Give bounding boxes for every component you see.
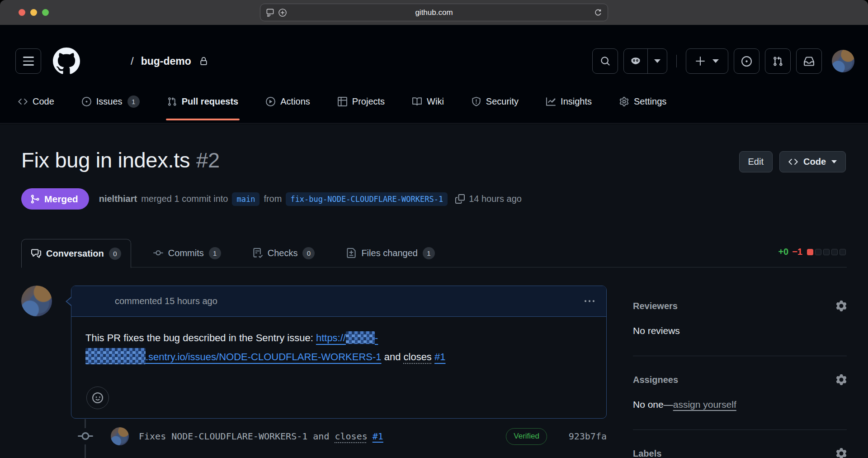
tab-checks[interactable]: Checks 0 [243,239,325,267]
base-branch-chip[interactable]: main [232,192,259,206]
copilot-button [623,48,667,74]
comment-header: commented 15 hours ago [71,286,606,317]
main-content: Fix bug in index.ts#2 Edit Code Merged n… [0,124,868,458]
zoom-icon[interactable] [42,9,49,16]
minimize-icon[interactable] [30,9,37,16]
verified-badge[interactable]: Verified [506,428,547,445]
address-bar[interactable]: github.com [260,4,608,21]
issues-dashboard-button[interactable] [734,48,760,74]
search-icon [600,56,610,66]
create-new-button[interactable] [686,48,728,74]
labels-gear-button[interactable] [836,448,847,458]
repo-name-link[interactable]: bug-demo [141,55,191,67]
hamburger-icon [23,57,34,66]
repo-nav: Code Issues 1 Pull requests Actions Pr [10,92,686,111]
files-changed-count-badge: 1 [423,247,435,259]
play-icon [266,97,275,106]
tab-commits[interactable]: Commits 1 [144,239,231,267]
closes-keyword[interactable]: closes [404,351,432,363]
assignees-none-text: No one— [633,399,673,410]
commit-author-avatar[interactable] [111,427,129,445]
tab-label: Projects [352,96,385,107]
git-commit-icon [153,248,163,258]
tab-label: Checks [268,248,298,258]
tab-label: Wiki [427,96,444,107]
link-rest: .sentry.io/issues/NODE-CLOUDFLARE-WORKER… [146,351,382,363]
comment-author-avatar[interactable] [21,286,52,316]
browser-chrome: github.com [0,0,868,25]
pull-requests-dashboard-button[interactable] [765,48,791,74]
assign-yourself-link[interactable]: assign yourself [673,399,736,410]
tab-issues[interactable]: Issues 1 [74,92,147,111]
deletions-count: −1 [792,247,802,257]
tab-actions[interactable]: Actions [258,92,318,111]
book-icon [412,97,422,106]
assignees-gear-button[interactable] [836,374,847,385]
kebab-menu-button[interactable] [585,296,594,306]
merged-badge-label: Merged [44,194,78,205]
reviewers-title: Reviewers [633,301,678,311]
tab-label: Issues [96,96,123,107]
edit-button[interactable]: Edit [739,151,773,172]
tab-pull-requests[interactable]: Pull requests [160,92,246,111]
tab-label: Code [33,96,54,107]
redacted-org-name [346,331,375,344]
diff-block-neutral [831,249,838,255]
tab-projects[interactable]: Projects [330,92,392,111]
assignees-title: Assignees [633,375,678,385]
diff-block-neutral [840,249,846,255]
inbox-button[interactable] [796,48,822,74]
comment-text: and [382,351,404,363]
tab-files-changed[interactable]: Files changed 1 [337,239,444,267]
commit-message-text: Fixes NODE-CLOUDFLARE-WORKERS-1 and [139,431,335,442]
github-logo[interactable] [53,48,80,75]
issue-1-link[interactable]: #1 [373,431,383,442]
tab-insights[interactable]: Insights [538,92,599,111]
head-branch-chip[interactable]: fix-bug-NODE-CLOUDFLARE-WORKERS-1 [286,192,448,206]
user-avatar[interactable] [832,50,854,72]
copilot-chat-button[interactable] [624,49,647,73]
commit-message-link[interactable]: Fixes NODE-CLOUDFLARE-WORKERS-1 and clos… [139,431,383,442]
redacted-org-name [85,348,146,364]
tab-settings[interactable]: Settings [612,92,674,111]
tab-code[interactable]: Code [10,92,62,111]
link-hyphen: - [375,332,378,344]
copy-icon[interactable] [455,194,465,204]
reviewers-empty-text: No reviews [633,325,847,336]
merge-from-text: from [264,194,282,204]
gear-icon [836,301,847,311]
url-text[interactable]: github.com [260,8,608,17]
hamburger-menu-button[interactable] [15,48,41,74]
lock-icon [199,57,208,66]
copilot-icon [630,56,641,67]
tab-wiki[interactable]: Wiki [405,92,452,111]
reviewers-gear-button[interactable] [836,301,847,311]
copilot-menu-button[interactable] [647,49,667,73]
pr-header-actions: Edit Code [739,151,846,172]
pr-tabs-list: Conversation 0 Commits 1 Checks 0 [21,239,847,267]
search-button[interactable] [592,48,618,74]
tab-conversation[interactable]: Conversation 0 [21,239,131,268]
conversation-count-badge: 0 [109,248,121,260]
caret-down-icon [831,160,837,163]
issue-1-link[interactable]: #1 [434,351,445,363]
merge-author-link[interactable]: nielthiart [99,194,137,204]
merge-timestamp: 14 hours ago [469,194,522,204]
commit-sha-link[interactable]: 923b7fa [565,431,607,442]
pr-number: #2 [196,148,220,172]
close-icon[interactable] [19,9,25,16]
code-icon [788,157,798,167]
tab-label: Pull requests [182,96,239,107]
comment-body: This PR fixes the bug described in the S… [71,317,606,367]
tab-security[interactable]: Security [464,92,526,111]
tab-label: Commits [168,248,204,258]
tab-label: Conversation [46,248,104,259]
closes-keyword[interactable]: closes [335,431,367,442]
code-dropdown-button[interactable]: Code [779,151,846,172]
add-reaction-button[interactable] [86,386,109,409]
path-separator: / [131,55,134,67]
sentry-issue-link[interactable]: https://- [316,332,378,344]
sidebar-divider [633,356,847,356]
sentry-issue-link-continued[interactable]: .sentry.io/issues/NODE-CLOUDFLARE-WORKER… [85,351,382,363]
checks-count-badge: 0 [302,247,315,259]
